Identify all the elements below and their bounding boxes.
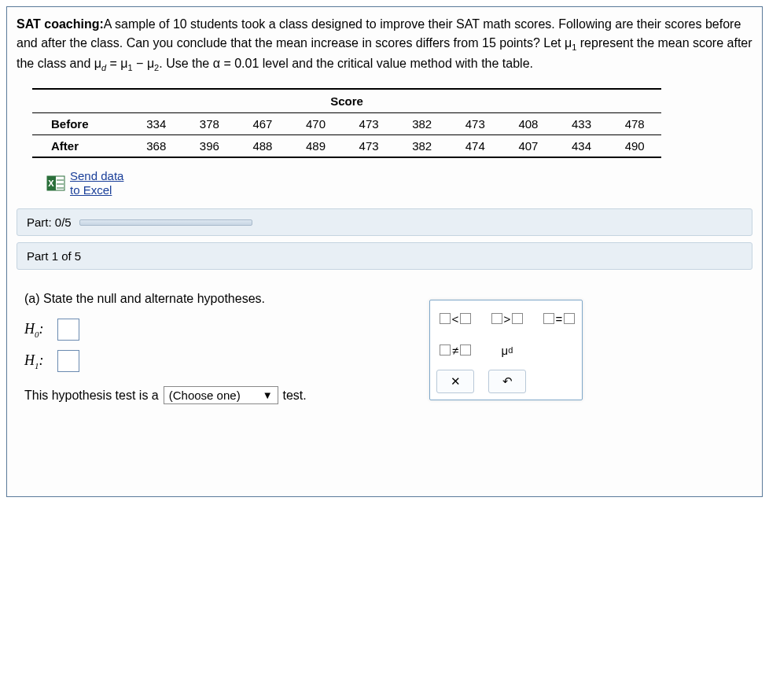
h0-input[interactable] [57, 319, 79, 341]
send-data-link[interactable]: Send data to Excel [70, 169, 123, 197]
excel-icon: X [46, 174, 65, 193]
table-row: Before 334 378 467 470 473 382 473 408 4… [32, 113, 661, 135]
h1-label: H1: [24, 352, 51, 370]
h0-row: H0: [24, 319, 745, 341]
palette-greater-than[interactable]: > [488, 307, 526, 330]
send-data-link-group: X Send data to Excel [46, 169, 752, 197]
test-type-sentence: This hypothesis test is a (Choose one) ▼… [24, 386, 745, 404]
progress-track [79, 219, 252, 226]
problem-statement: SAT coaching:A sample of 10 students too… [17, 15, 752, 74]
undo-icon: ↶ [502, 374, 513, 389]
h1-row: H1: [24, 350, 745, 372]
palette-not-equal[interactable]: ≠ [436, 338, 474, 362]
palette-undo-button[interactable]: ↶ [488, 370, 526, 393]
test-type-dropdown[interactable]: (Choose one) ▼ [164, 386, 278, 404]
palette-less-than[interactable]: < [436, 307, 474, 330]
progress-label: Part: 0/5 [27, 216, 72, 229]
part-header: Part 1 of 5 [17, 242, 752, 270]
svg-text:X: X [48, 179, 54, 188]
palette-mu-d[interactable]: μd [488, 338, 526, 362]
question-a-text: (a) State the null and alternate hypothe… [24, 292, 745, 306]
problem-title: SAT coaching: [17, 17, 104, 31]
h1-input[interactable] [57, 350, 79, 372]
table-row: After 368 396 488 489 473 382 474 407 43… [32, 135, 661, 158]
palette-equals[interactable]: = [540, 307, 578, 330]
palette-clear-button[interactable]: ✕ [436, 370, 474, 393]
close-icon: ✕ [451, 374, 461, 389]
score-table: Score Before 334 378 467 470 473 382 473… [32, 88, 661, 158]
score-table-wrap: Score Before 334 378 467 470 473 382 473… [32, 88, 737, 158]
question-body: (a) State the null and alternate hypothe… [17, 276, 752, 481]
chevron-down-icon: ▼ [263, 389, 273, 401]
symbol-palette: < > = ≠ μd ✕ ↶ [429, 300, 583, 400]
problem-container: SAT coaching:A sample of 10 students too… [6, 6, 763, 497]
h0-label: H0: [24, 321, 51, 339]
score-header: Score [32, 89, 661, 113]
progress-bar: Part: 0/5 [17, 208, 752, 236]
